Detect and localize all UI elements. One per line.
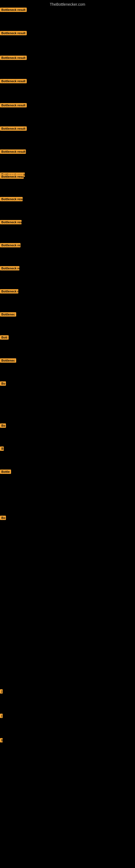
bottleneck-badge-row-16: Bott [0, 335, 9, 341]
bottleneck-badge-row-24: | [0, 714, 3, 719]
bottleneck-badge-row-11: Bottleneck resu [0, 220, 21, 225]
bottleneck-badge-row-23: | [0, 689, 3, 695]
badge-19[interactable]: Bo [0, 424, 6, 428]
badge-21[interactable]: Bottle [0, 469, 11, 474]
site-title: TheBottlenecker.com [0, 0, 135, 8]
bottleneck-badge-row-19: Bo [0, 424, 6, 429]
badge-16[interactable]: Bott [0, 335, 9, 340]
badge-4[interactable]: Bottleneck result [0, 79, 27, 83]
bottleneck-badge-row-5: Bottleneck result [0, 103, 27, 108]
badge-24[interactable]: | [0, 714, 3, 718]
bottleneck-badge-row-14: Bottleneck re [0, 289, 18, 294]
badge-9[interactable]: Bottleneck result [0, 175, 24, 179]
badge-17[interactable]: Bottlenec [0, 358, 16, 363]
bottleneck-badge-row-10: Bottleneck resu [0, 197, 23, 203]
bottleneck-badge-row-4: Bottleneck result [0, 79, 27, 84]
bottleneck-badge-row-15: Bottlenec [0, 312, 16, 318]
badge-14[interactable]: Bottleneck re [0, 289, 18, 293]
badge-7[interactable]: Bottleneck result [0, 150, 26, 154]
bottleneck-badge-row-9: Bottleneck result [0, 175, 24, 180]
bottleneck-badge-row-3: Bottleneck result [0, 56, 27, 61]
bottleneck-badge-row-18: Bo [0, 381, 6, 387]
badge-11[interactable]: Bottleneck resu [0, 220, 21, 224]
badge-12[interactable]: Bottleneck res [0, 243, 20, 247]
badge-2[interactable]: Bottleneck result [0, 31, 27, 35]
badge-22[interactable]: Bo [0, 516, 6, 520]
badge-6[interactable]: Bottleneck result [0, 126, 27, 131]
badge-10[interactable]: Bottleneck resu [0, 197, 23, 201]
badge-18[interactable]: Bo [0, 381, 6, 386]
bottleneck-badge-row-20: B [0, 446, 4, 452]
badge-25[interactable]: E [0, 738, 3, 742]
bottleneck-badge-row-25: E [0, 738, 3, 744]
bottleneck-badge-row-6: Bottleneck result [0, 126, 27, 132]
badge-1[interactable]: Bottleneck result [0, 8, 27, 12]
badge-23[interactable]: | [0, 689, 3, 693]
badge-3[interactable]: Bottleneck result [0, 56, 27, 60]
bottleneck-badge-row-7: Bottleneck result [0, 150, 26, 155]
bottleneck-badge-row-21: Bottle [0, 469, 11, 475]
bottleneck-badge-row-22: Bo [0, 516, 6, 521]
badge-5[interactable]: Bottleneck result [0, 103, 27, 107]
bottleneck-badge-row-13: Bottleneck res [0, 266, 19, 272]
bottleneck-badge-row-17: Bottlenec [0, 358, 16, 364]
bottleneck-badge-row-1: Bottleneck result [0, 8, 27, 13]
bottleneck-badge-row-2: Bottleneck result [0, 31, 27, 36]
badge-15[interactable]: Bottlenec [0, 312, 16, 316]
bottleneck-badge-row-12: Bottleneck res [0, 243, 20, 248]
badge-13[interactable]: Bottleneck res [0, 266, 19, 271]
badge-20[interactable]: B [0, 446, 4, 451]
